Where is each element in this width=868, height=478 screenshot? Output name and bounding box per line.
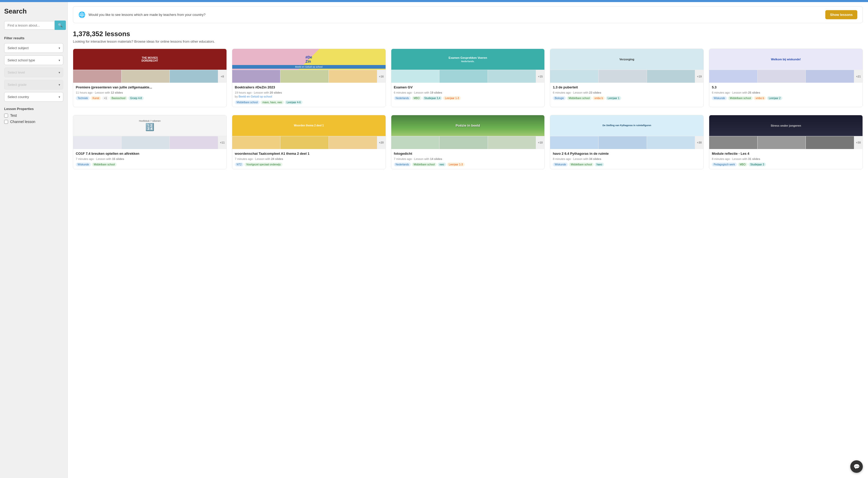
card-body: CO1F 7.4 breuken optellen en aftrekken 7…: [73, 149, 226, 169]
level-select-wrapper: Select level ▾: [4, 68, 63, 77]
card-meta: 6 minutes ago · Lesson with 19 slides: [394, 91, 542, 95]
tag: Wiskunde: [553, 163, 568, 166]
tag: Leerjaar 1: [606, 96, 621, 100]
card-body: 1.3 de puberteit 6 minutes ago · Lesson …: [550, 83, 704, 103]
lesson-card[interactable]: Welkom bij wiskunde! +21 5.3 6 minutes a…: [709, 48, 863, 107]
lesson-card[interactable]: Poëzie in beeld +10 fotogedicht 7 minute…: [391, 115, 545, 169]
tag: +1: [102, 96, 108, 100]
channel-lesson-checkbox-item[interactable]: Channel lesson: [4, 120, 63, 124]
card-body: Boektrailers #DeZin 2023 19 hours ago · …: [232, 83, 385, 107]
select-grade[interactable]: Select grade: [4, 80, 63, 90]
card-title: Examen GV: [394, 85, 542, 90]
card-thumb-strip: +11: [73, 136, 226, 149]
chat-button[interactable]: 💬: [850, 460, 863, 473]
card-meta: 7 minutes ago · Lesson with 14 slides: [394, 157, 542, 161]
card-body: 5.3 6 minutes ago · Lesson with 25 slide…: [709, 83, 863, 103]
card-tags: Wiskunde Middelbare school havo: [553, 163, 701, 166]
channel-lesson-checkbox[interactable]: [4, 120, 8, 124]
extra-slides-count: +10: [536, 136, 545, 149]
tag: Leerjaar 2: [767, 96, 782, 100]
card-title: 5.3: [712, 85, 860, 90]
card-thumb-strip: +19: [550, 70, 704, 83]
card-title: Boektrailers #DeZin 2023: [235, 85, 383, 90]
results-description: Looking for interactive lesson materials…: [73, 39, 863, 43]
lesson-card[interactable]: Hoofdstuk 7 rekenen 🔢 +11 CO1F 7.4 breuk…: [73, 115, 227, 169]
tag: NT2: [235, 163, 243, 166]
card-title: 1.3 de puberteit: [553, 85, 701, 90]
tag: vmbo b: [754, 96, 766, 100]
card-title: fotogedicht: [394, 151, 542, 156]
show-lessons-button[interactable]: Show lessons: [825, 10, 857, 19]
tag: Middelbare school: [92, 163, 117, 166]
card-thumb-strip: +10: [391, 136, 545, 149]
tag: MBO: [738, 163, 747, 166]
card-body: Premiere (presenteren van jullie zelfgem…: [73, 83, 226, 103]
search-input[interactable]: [4, 21, 55, 30]
lesson-card[interactable]: Examen Gesprekken Voeren Nederlands. +15…: [391, 48, 545, 107]
test-checkbox-item[interactable]: Test: [4, 113, 63, 117]
card-meta: 11 hours ago · Lesson with 12 slides: [76, 91, 224, 95]
test-checkbox[interactable]: [4, 114, 8, 117]
card-body: Examen GV 6 minutes ago · Lesson with 19…: [391, 83, 545, 103]
tag: Leerjaar 1-3: [447, 163, 465, 166]
tag: mavo, havo, vwo: [260, 100, 284, 104]
banner-text: Would you like to see lessons which are …: [89, 13, 822, 16]
lesson-card[interactable]: THE MOVIESDORDRECHT +8 Premiere (present…: [73, 48, 227, 107]
card-meta: 6 minutes ago · Lesson with 25 slides: [712, 91, 860, 95]
card-meta: 7 minutes ago · Lesson with 24 slides: [235, 157, 383, 161]
lessons-grid-row1: THE MOVIESDORDRECHT +8 Premiere (present…: [73, 48, 863, 107]
filter-results-title: Filter results: [4, 36, 63, 40]
card-tags: Nederlands Middelbare school vwo Leerjaa…: [394, 163, 542, 166]
extra-slides-count: +21: [854, 70, 863, 83]
test-label: Test: [10, 113, 17, 117]
lesson-card[interactable]: De Stelling van Pythagoras in ruimtefigu…: [550, 115, 704, 169]
card-tags: Wiskunde Middelbare school vmbo b Leerja…: [712, 96, 860, 100]
card-tags: Middelbare school mavo, havo, vwo Leerja…: [235, 100, 383, 104]
card-thumb-strip: +16: [232, 70, 385, 83]
lesson-card[interactable]: Verzorging +19 1.3 de puberteit 6 minute…: [550, 48, 704, 107]
tag: Middelbare school: [235, 100, 259, 104]
card-thumbnail: Poëzie in beeld +10: [391, 115, 545, 149]
select-level[interactable]: Select level: [4, 68, 63, 77]
extra-slides-count: +8: [218, 70, 226, 83]
results-area: 1,378,352 lessons Looking for interactiv…: [68, 27, 868, 182]
card-thumbnail: THE MOVIESDORDRECHT +8: [73, 49, 226, 83]
grade-select-wrapper: Select grade ▾: [4, 80, 63, 90]
search-button[interactable]: 🔍: [55, 21, 66, 30]
lesson-properties-title: Lesson Properties: [4, 107, 63, 111]
card-thumbnail: Examen Gesprekken Voeren Nederlands. +15: [391, 49, 545, 83]
card-body: fotogedicht 7 minutes ago · Lesson with …: [391, 149, 545, 169]
card-body: woordenschat Taalcompleet A1 thema 2 dee…: [232, 149, 385, 169]
extra-slides-count: +30: [854, 136, 863, 149]
author-link[interactable]: Beeld en Geluid op school: [239, 95, 272, 98]
select-country[interactable]: Select country: [4, 92, 63, 102]
extra-slides-count: +19: [695, 70, 704, 83]
card-body: havo 2 6.4 Pythagoras in de ruimte 8 min…: [550, 149, 704, 169]
lesson-card[interactable]: Stress onder jongeren +30 Module reflect…: [709, 115, 863, 169]
tag: Wiskunde: [76, 163, 91, 166]
country-select-wrapper: Select country ▾: [4, 92, 63, 102]
lesson-card[interactable]: #DeZin Beeld en Geluid op school +16 Boe…: [232, 48, 386, 107]
tag: Nederlands: [394, 163, 411, 166]
tag: havo: [595, 163, 604, 166]
card-meta: 6 minutes ago · Lesson with 23 slides: [553, 91, 701, 95]
tag: Techniek: [76, 96, 90, 100]
globe-icon: 🌐: [79, 11, 85, 18]
extra-slides-count: +11: [218, 136, 226, 149]
card-thumb-strip: +30: [550, 136, 704, 149]
subject-select-wrapper: Select subject ▾: [4, 43, 63, 53]
tag: Studiejaar 3,4: [423, 96, 442, 100]
select-subject[interactable]: Select subject: [4, 43, 63, 53]
card-body: Module reflectie - Les 4 8 minutes ago ·…: [709, 149, 863, 169]
tag: Studiejaar 3: [748, 163, 766, 166]
extra-slides-count: +20: [377, 136, 385, 149]
card-thumb-strip: +8: [73, 70, 226, 83]
select-school-type[interactable]: Select school type: [4, 56, 63, 65]
sidebar-title: Search: [4, 7, 63, 15]
search-box: 🔍: [4, 21, 63, 30]
card-thumbnail: #DeZin Beeld en Geluid op school +16: [232, 49, 385, 83]
lesson-card[interactable]: Woorden thema 2 deel 1 +20 woordenschat …: [232, 115, 386, 169]
card-thumbnail: De Stelling van Pythagoras in ruimtefigu…: [550, 115, 704, 149]
lesson-properties-section: Lesson Properties Test Channel lesson: [4, 107, 63, 124]
card-tags: NT2 Voortgezet speciaal onderwijs: [235, 163, 383, 166]
